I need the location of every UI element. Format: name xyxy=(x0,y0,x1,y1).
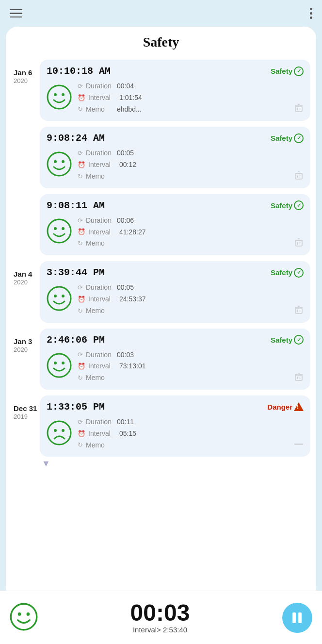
face-icon xyxy=(47,84,72,112)
svg-point-46 xyxy=(27,612,30,616)
entry-status: Danger xyxy=(267,402,304,411)
scroll-triangle-icon: ▼ xyxy=(12,459,310,469)
interval-icon: ⏰ xyxy=(78,429,85,439)
interval-value: 05:15 xyxy=(119,428,136,440)
delete-button[interactable] xyxy=(292,370,306,384)
list-item: Jan 6202010:10:18 AMSafety✓ ⟳Duration00:… xyxy=(12,60,310,121)
status-label: Danger xyxy=(267,403,292,411)
entry-date: Jan 42020 xyxy=(12,261,40,288)
entry-status: Safety✓ xyxy=(271,66,304,76)
interval-label: Interval xyxy=(88,159,116,171)
interval-label: Interval xyxy=(88,361,116,372)
memo-label: Memo xyxy=(86,372,114,384)
more-options-button[interactable] xyxy=(310,8,312,19)
interval-label: Interval xyxy=(88,92,116,104)
duration-value: 00:05 xyxy=(117,148,134,159)
svg-point-8 xyxy=(48,152,71,176)
timer-seconds: 03 xyxy=(164,600,190,626)
interval-label: Interval xyxy=(88,428,116,440)
svg-point-24 xyxy=(48,287,71,310)
svg-point-2 xyxy=(62,93,64,96)
entry-status: Safety✓ xyxy=(271,200,304,210)
memo-icon: ↻ xyxy=(78,306,83,316)
timer-display: 00:03 Interval> 2:53:40 xyxy=(130,601,190,634)
entry-details: ⟳Duration00:03 ⏰Interval73:13:01 ↻Memo xyxy=(78,349,304,384)
svg-point-18 xyxy=(62,227,64,230)
entry-card: 2:46:06 PMSafety✓ ⟳Duration00:03 ⏰Interv… xyxy=(40,329,310,390)
list-item: 9:08:11 AMSafety✓ ⟳Duration00:06 ⏰Interv… xyxy=(12,194,310,255)
bottom-smiley xyxy=(10,603,38,633)
svg-rect-27 xyxy=(295,308,302,314)
delete-button[interactable] xyxy=(292,236,306,249)
interval-value: 41:28:27 xyxy=(119,227,146,238)
delete-button[interactable] xyxy=(292,437,306,451)
entry-time: 2:46:06 PM xyxy=(47,334,105,346)
duration-icon: ⟳ xyxy=(78,215,83,226)
date-day: Jan 3 xyxy=(14,337,32,346)
main-card: Safety Jan 6202010:10:18 AMSafety✓ ⟳Dura… xyxy=(6,27,316,599)
entry-details: ⟳Duration00:04 ⏰Interval1:01:54 ↻Memoehd… xyxy=(78,81,304,115)
status-check-icon: ✓ xyxy=(294,133,304,143)
duration-value: 00:05 xyxy=(117,282,134,294)
svg-point-42 xyxy=(62,429,64,432)
entry-status: Safety✓ xyxy=(271,268,304,278)
entry-details: ⟳Duration00:05 ⏰Interval00:12 ↻Memo xyxy=(78,148,304,182)
svg-point-17 xyxy=(54,227,57,230)
page-title: Safety xyxy=(6,34,316,50)
duration-value: 00:11 xyxy=(117,416,134,428)
memo-label: Memo xyxy=(86,440,114,451)
interval-value: 00:12 xyxy=(119,159,136,171)
entry-time: 10:10:18 AM xyxy=(47,66,111,77)
duration-icon: ⟳ xyxy=(78,349,83,360)
interval-icon: ⏰ xyxy=(78,93,85,103)
duration-icon: ⟳ xyxy=(78,81,83,92)
entry-time: 9:08:24 AM xyxy=(47,132,105,144)
app-header xyxy=(0,0,322,27)
duration-icon: ⟳ xyxy=(78,282,83,293)
svg-rect-43 xyxy=(294,444,303,445)
delete-button[interactable] xyxy=(292,169,306,182)
memo-label: Memo xyxy=(86,171,114,182)
interval-value: 24:53:37 xyxy=(119,294,146,305)
status-label: Safety xyxy=(271,201,292,210)
duration-label: Duration xyxy=(86,148,114,159)
duration-label: Duration xyxy=(86,349,114,361)
delete-button[interactable] xyxy=(292,303,306,317)
interval-label: Interval xyxy=(88,227,116,238)
list-item: Jan 320202:46:06 PMSafety✓ ⟳Duration00:0… xyxy=(12,329,310,390)
entry-status: Safety✓ xyxy=(271,133,304,143)
svg-point-9 xyxy=(54,160,57,163)
entry-time: 3:39:44 PM xyxy=(47,267,105,278)
status-label: Safety xyxy=(271,268,292,277)
delete-button[interactable] xyxy=(292,101,306,115)
status-check-icon: ✓ xyxy=(294,66,304,76)
memo-label: Memo xyxy=(86,104,114,116)
menu-button[interactable] xyxy=(10,9,22,18)
pause-icon xyxy=(291,612,303,624)
bottom-interval: Interval> 2:53:40 xyxy=(133,626,187,634)
entry-card: 10:10:18 AMSafety✓ ⟳Duration00:04 ⏰Inter… xyxy=(40,60,310,121)
svg-point-41 xyxy=(54,429,57,432)
date-year: 2019 xyxy=(14,413,28,421)
interval-icon: ⏰ xyxy=(78,160,85,170)
memo-label: Memo xyxy=(86,305,114,317)
entry-date xyxy=(12,194,40,203)
entry-card: 9:08:11 AMSafety✓ ⟳Duration00:06 ⏰Interv… xyxy=(40,194,310,255)
date-day: Jan 6 xyxy=(14,68,32,77)
pause-button[interactable] xyxy=(282,603,312,633)
duration-label: Duration xyxy=(86,416,114,428)
svg-point-26 xyxy=(62,295,64,297)
entry-date xyxy=(12,127,40,135)
status-check-icon: ✓ xyxy=(294,335,304,345)
entries-list: Jan 6202010:10:18 AMSafety✓ ⟳Duration00:… xyxy=(6,60,316,469)
svg-point-16 xyxy=(48,219,71,243)
svg-point-44 xyxy=(11,604,37,630)
duration-value: 00:06 xyxy=(117,215,134,227)
bottom-bar: 00:03 Interval> 2:53:40 xyxy=(0,591,322,644)
memo-icon: ↻ xyxy=(78,238,83,249)
interval-icon: ⏰ xyxy=(78,227,85,237)
svg-rect-11 xyxy=(295,174,302,179)
duration-label: Duration xyxy=(86,282,114,294)
date-day: Dec 31 xyxy=(14,404,37,413)
date-year: 2020 xyxy=(14,77,28,85)
